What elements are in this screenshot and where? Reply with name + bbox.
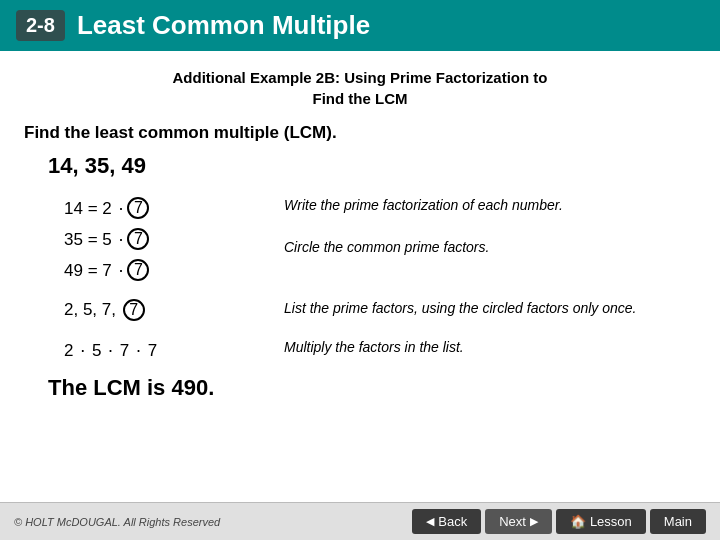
multiply-row: 2 · 5 · 7 · 7 Multiply the factors in th… <box>64 335 696 366</box>
section-title: Find the least common multiple (LCM). <box>24 123 696 143</box>
next-arrow-icon: ▶ <box>530 515 538 528</box>
list-right: List the prime factors, using the circle… <box>264 296 637 319</box>
circle-7-14: 7 <box>127 197 149 219</box>
next-button[interactable]: Next ▶ <box>485 509 552 534</box>
lesson-icon: 🏠 <box>570 514 586 529</box>
lcm-answer: The LCM is 490. <box>48 375 696 401</box>
factorization-right: Write the prime factorization of each nu… <box>264 193 563 258</box>
footer-nav-buttons: ◀ Back Next ▶ 🏠 Lesson Main <box>412 509 706 534</box>
factorization-left-14: 14 = 2 · 7 35 = 5 · 7 49 = 7 · 7 <box>64 193 264 286</box>
copyright-text: © HOLT McDOUGAL. All Rights Reserved <box>14 516 220 528</box>
circle-7-35: 7 <box>127 228 149 250</box>
header-bar: 2-8 Least Common Multiple <box>0 0 720 51</box>
lesson-button[interactable]: 🏠 Lesson <box>556 509 646 534</box>
list-left: 2, 5, 7, 7 <box>64 296 264 325</box>
list-row: 2, 5, 7, 7 List the prime factors, using… <box>64 296 696 325</box>
example-subtitle: Additional Example 2B: Using Prime Facto… <box>24 67 696 109</box>
main-button[interactable]: Main <box>650 509 706 534</box>
back-button[interactable]: ◀ Back <box>412 509 481 534</box>
circle-7-list: 7 <box>123 299 145 321</box>
multiply-right: Multiply the factors in the list. <box>264 335 464 358</box>
multiply-left: 2 · 5 · 7 · 7 <box>64 335 264 366</box>
page-title: Least Common Multiple <box>77 10 370 41</box>
footer-bar: © HOLT McDOUGAL. All Rights Reserved ◀ B… <box>0 502 720 540</box>
lesson-badge: 2-8 <box>16 10 65 41</box>
circle-7-49: 7 <box>127 259 149 281</box>
factorization-row-14: 14 = 2 · 7 35 = 5 · 7 49 = 7 · 7 Write t… <box>64 193 696 286</box>
main-content: Additional Example 2B: Using Prime Facto… <box>0 51 720 411</box>
back-arrow-icon: ◀ <box>426 515 434 528</box>
numbers-heading: 14, 35, 49 <box>48 153 696 179</box>
